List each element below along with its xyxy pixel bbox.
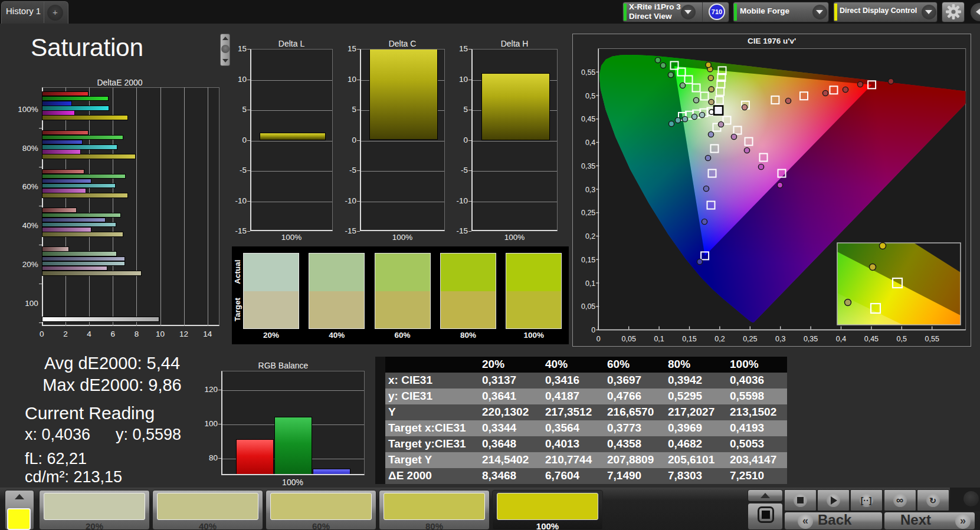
svg-text:0,5: 0,5 <box>585 92 595 100</box>
svg-text:0,3: 0,3 <box>585 186 595 194</box>
svg-text:0,4: 0,4 <box>836 335 846 343</box>
svg-text:0,2: 0,2 <box>714 335 725 343</box>
svg-text:0,45: 0,45 <box>864 335 879 343</box>
svg-text:0,55: 0,55 <box>581 68 595 77</box>
svg-text:0,35: 0,35 <box>581 162 595 170</box>
svg-text:0,55: 0,55 <box>925 335 939 343</box>
svg-text:0,25: 0,25 <box>581 209 595 217</box>
svg-text:0,1: 0,1 <box>654 335 664 343</box>
svg-text:0: 0 <box>596 335 601 343</box>
svg-text:0,2: 0,2 <box>585 232 595 241</box>
svg-text:CIE 1976 u'v': CIE 1976 u'v' <box>748 37 796 45</box>
svg-text:0,4: 0,4 <box>585 139 595 147</box>
svg-text:0,3: 0,3 <box>775 335 785 343</box>
svg-text:0,05: 0,05 <box>622 335 636 343</box>
svg-text:0,45: 0,45 <box>581 115 595 123</box>
svg-text:0,35: 0,35 <box>804 335 818 343</box>
svg-text:0: 0 <box>591 326 595 334</box>
svg-text:0,5: 0,5 <box>897 335 907 343</box>
svg-text:0,15: 0,15 <box>682 335 696 343</box>
svg-text:0,15: 0,15 <box>581 256 595 264</box>
svg-text:0,1: 0,1 <box>585 279 595 288</box>
svg-text:0,25: 0,25 <box>743 335 757 343</box>
svg-text:0,05: 0,05 <box>581 302 595 311</box>
